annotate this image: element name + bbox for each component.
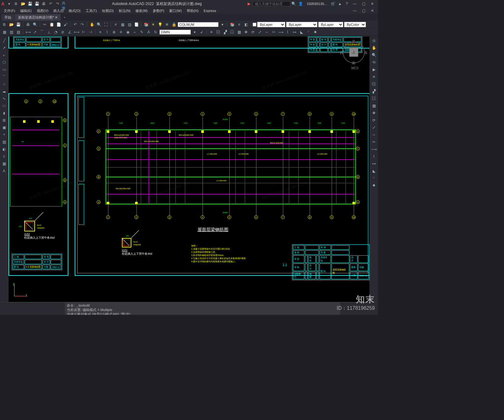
tb-rotate-icon[interactable]: ⟳ xyxy=(250,29,256,35)
qat-new-icon[interactable]: 🗎 xyxy=(13,1,19,7)
tb-trim-icon[interactable]: ✂ xyxy=(271,29,277,35)
rt-mirror-icon[interactable]: ▞ xyxy=(371,88,377,94)
tb-insp-icon[interactable]: ◉ xyxy=(125,29,131,35)
tb-jog-icon[interactable]: ⌐ xyxy=(132,29,138,35)
qat-share-icon[interactable]: ✈ 共享 xyxy=(62,1,67,7)
tb-layeriso-icon[interactable]: ◧ xyxy=(243,21,249,28)
rt-move-icon[interactable]: ✥ xyxy=(371,110,377,116)
tb-t1-icon[interactable]: ▦ xyxy=(1,29,8,35)
tb-undo-icon[interactable]: ↶ xyxy=(72,21,78,28)
autodesk-icon[interactable]: ▲ xyxy=(337,1,343,7)
tb-lock-icon[interactable]: 🔒 xyxy=(171,21,177,28)
tb-offset-icon[interactable]: ⿴ xyxy=(229,29,235,35)
tool-circle-icon[interactable]: ○ xyxy=(1,81,7,87)
rt-explode-icon[interactable]: ✸ xyxy=(371,182,377,189)
tb-stretch-icon[interactable]: ↔ xyxy=(264,29,270,35)
color-swatch[interactable] xyxy=(253,23,256,26)
menu-tools[interactable]: 工具(T) xyxy=(83,8,100,14)
tb-bulb-icon[interactable]: 💡 xyxy=(157,21,163,28)
tb-paste-icon[interactable]: 📄 xyxy=(55,21,62,28)
nav-zoom-icon[interactable]: 🔍 xyxy=(371,52,377,58)
rt-stretch-icon[interactable]: ↔ xyxy=(371,132,377,138)
tb-fillet-icon[interactable]: ◜ xyxy=(305,29,312,35)
nav-orbit-icon[interactable]: ⟲ xyxy=(371,59,377,65)
qat-plot-icon[interactable]: 🖶 xyxy=(41,1,47,7)
tool-table-icon[interactable]: ▦ xyxy=(1,161,7,167)
dimn-input[interactable] xyxy=(159,30,191,35)
tab-document[interactable]: 某框架酒店结构设计图* ✕ xyxy=(15,14,61,21)
menu-modify[interactable]: 修改(M) xyxy=(133,8,150,14)
tb-dimang-icon[interactable]: ∠ xyxy=(66,29,73,35)
rt-break-icon[interactable]: ⌇ xyxy=(371,153,377,160)
tool-mtext-icon[interactable]: A xyxy=(1,168,7,174)
tb-dcenter-icon[interactable]: ▦ xyxy=(119,21,126,28)
tb-open-icon[interactable]: 📂 xyxy=(8,21,14,28)
tb-sheet-icon[interactable]: 📑 xyxy=(133,21,140,28)
tb-chamfer-icon[interactable]: ◣ xyxy=(298,29,305,35)
viewcube-north[interactable]: 北 xyxy=(352,39,355,44)
user-name[interactable]: 150599135... xyxy=(307,2,327,6)
menu-dimension[interactable]: 标注(N) xyxy=(116,8,133,14)
user-icon[interactable]: 👤 xyxy=(298,1,304,7)
help-icon[interactable]: ? xyxy=(344,1,350,7)
tb-dimbrk-icon[interactable]: ⌇ xyxy=(104,29,110,35)
plotcolor-select[interactable]: ByColor xyxy=(344,22,366,27)
menu-express[interactable]: Express xyxy=(201,8,219,13)
rt-chamfer-icon[interactable]: ◣ xyxy=(371,168,377,174)
tb-t2-icon[interactable]: ▨ xyxy=(8,29,14,35)
viewcube[interactable]: 上 北 南 西 东 xyxy=(341,40,366,65)
tb-t3-icon[interactable]: ▧ xyxy=(15,29,21,35)
search-go-icon[interactable]: 🔍 xyxy=(291,1,297,7)
minimize-button[interactable]: — xyxy=(350,1,359,7)
menu-view[interactable]: 视图(V) xyxy=(34,8,51,14)
qat-save-icon[interactable]: 💾 xyxy=(27,1,33,7)
tb-zoom-icon[interactable]: 🔍 xyxy=(96,21,102,28)
rt-join-icon[interactable]: ⊶ xyxy=(371,161,377,167)
tb-dimtedit-icon[interactable]: A xyxy=(146,29,152,35)
tool-ellipsearc-icon[interactable]: ◗ xyxy=(1,110,7,116)
nav-pan-icon[interactable]: ✋ xyxy=(371,45,377,51)
tb-layerprev-icon[interactable]: 📚 xyxy=(229,21,235,28)
tool-block-icon[interactable]: ▣ xyxy=(1,124,7,131)
tb-mirror-icon[interactable]: ▞ xyxy=(222,29,228,35)
viewcube-south[interactable]: 南 xyxy=(352,61,355,65)
tb-dimupd-icon[interactable]: ↻ xyxy=(152,29,159,35)
tool-ellipse-icon[interactable]: ⬭ xyxy=(1,103,7,109)
rt-rotate-icon[interactable]: ⟳ xyxy=(371,117,377,123)
tb-dimsp-icon[interactable]: ≡ xyxy=(97,29,103,35)
tb-plot-icon[interactable]: 🖶 xyxy=(25,21,31,28)
tb-explode-icon[interactable]: ✸ xyxy=(312,29,318,35)
tb-dimlin-icon[interactable]: ⟷ xyxy=(25,29,31,35)
tool-xline-icon[interactable]: ↗ xyxy=(1,45,7,51)
tb-dimedit-icon[interactable]: ✎ xyxy=(139,29,145,35)
rt-erase-icon[interactable]: ✕ xyxy=(371,74,377,80)
viewcube-east[interactable]: 东 xyxy=(364,50,368,55)
menu-parametric[interactable]: 参数(P) xyxy=(150,8,167,14)
layer-color-select[interactable]: ByLayer xyxy=(257,22,285,27)
doc-maximize-button[interactable]: ▢ xyxy=(359,8,368,14)
tb-colnum-dd-icon[interactable]: ▾ xyxy=(219,21,226,28)
viewcube-top[interactable]: 上 xyxy=(349,48,358,57)
tool-region-icon[interactable]: ◊ xyxy=(1,153,7,160)
maximize-button[interactable]: ▢ xyxy=(359,1,368,7)
tb-props-icon[interactable]: ≡ xyxy=(112,21,119,28)
doc-minimize-button[interactable]: — xyxy=(350,8,359,14)
tool-line-icon[interactable]: ╱ xyxy=(1,37,7,44)
tool-arc-icon[interactable]: ⌒ xyxy=(1,74,7,80)
tb-move-icon[interactable]: ✥ xyxy=(243,29,249,35)
tool-polygon-icon[interactable]: ⬠ xyxy=(1,59,7,65)
tb-join-icon[interactable]: ⊶ xyxy=(291,29,298,35)
tb-erase-icon[interactable]: ✕ xyxy=(208,29,215,35)
tb-dimqk-icon[interactable]: ⟼ xyxy=(73,29,80,35)
tool-insert-icon[interactable]: ⊞ xyxy=(1,117,7,123)
tb-cut-icon[interactable]: ✂ xyxy=(42,21,48,28)
menu-window[interactable]: 窗口(W) xyxy=(167,8,184,14)
qat-undo-icon[interactable]: ↶ xyxy=(48,1,54,7)
lineweight-select[interactable]: ByLayer xyxy=(318,22,343,27)
tool-pline-icon[interactable]: ⌐ xyxy=(1,52,7,58)
linetype-select[interactable]: ByLayer xyxy=(286,22,318,27)
menu-edit[interactable]: 编辑(E) xyxy=(18,8,34,14)
tb-redo-icon[interactable]: ↷ xyxy=(79,21,85,28)
viewcube-west[interactable]: 西 xyxy=(340,50,343,55)
tb-save-icon[interactable]: 💾 xyxy=(15,21,21,28)
